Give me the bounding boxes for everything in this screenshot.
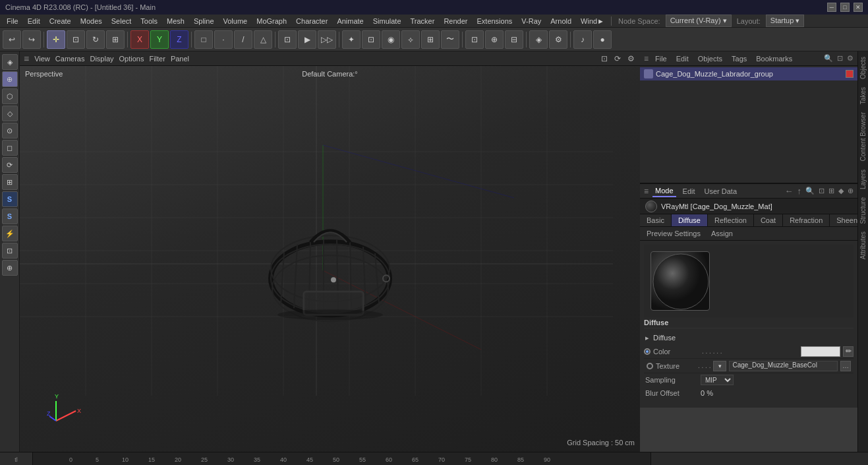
render-view-btn[interactable]: ⊡ — [278, 30, 297, 49]
menu-file[interactable]: File — [3, 16, 22, 26]
axis-x-btn[interactable]: X — [130, 30, 149, 49]
mat-tab-diffuse[interactable]: Diffuse — [672, 214, 708, 226]
menu-arnold[interactable]: Arnold — [546, 16, 575, 26]
left-icon-12[interactable]: ⊡ — [2, 243, 18, 259]
left-icon-7[interactable]: ⟳ — [2, 157, 18, 173]
side-tab-attributes[interactable]: Attributes — [858, 229, 868, 262]
menu-create[interactable]: Create — [45, 16, 75, 26]
audio-btn[interactable]: ♪ — [573, 30, 592, 49]
menu-tools[interactable]: Tools — [136, 16, 161, 26]
object-mode-btn[interactable]: □ — [194, 30, 213, 49]
tab-bookmarks[interactable]: Bookmarks — [753, 53, 795, 64]
vt-panel[interactable]: Panel — [171, 55, 189, 63]
menu-wind[interactable]: Wind► — [577, 16, 608, 26]
minimize-btn[interactable]: ─ — [827, 3, 836, 12]
color-radio[interactable] — [644, 348, 651, 355]
left-icon-11[interactable]: ⚡ — [2, 226, 18, 241]
side-tab-objects[interactable]: Objects — [858, 54, 868, 82]
menu-volume[interactable]: Volume — [219, 16, 252, 26]
scale-btn[interactable]: ⊞ — [106, 30, 125, 49]
menu-edit[interactable]: Edit — [24, 16, 44, 26]
attr-tab-edit[interactable]: Edit — [680, 186, 698, 197]
attr-tab-mode[interactable]: Mode — [652, 185, 676, 197]
rotate-btn[interactable]: ↻ — [86, 30, 105, 49]
vt-filter[interactable]: Filter — [149, 55, 165, 63]
left-icon-5[interactable]: ⊙ — [2, 123, 18, 139]
vt-display[interactable]: Display — [90, 55, 113, 63]
menu-render[interactable]: Render — [440, 16, 471, 26]
vt-sync[interactable]: ⟳ — [612, 53, 623, 64]
menu-simulate[interactable]: Simulate — [369, 16, 405, 26]
left-icon-8[interactable]: ⊞ — [2, 174, 18, 190]
assign-btn[interactable]: Assign — [709, 228, 736, 239]
mat-tab-coat[interactable]: Coat — [754, 214, 783, 226]
menu-tracker[interactable]: Tracker — [407, 16, 439, 26]
left-icon-6[interactable]: ◻ — [2, 140, 18, 156]
scale-uniform-btn[interactable]: ⊡ — [67, 30, 85, 49]
move-btn[interactable]: ✛ — [47, 30, 65, 49]
left-icon-1[interactable]: ◈ — [2, 54, 18, 70]
vt-cameras[interactable]: Cameras — [55, 55, 85, 63]
tab-objects[interactable]: Objects — [695, 53, 725, 64]
side-tab-content[interactable]: Content Browser — [858, 109, 868, 164]
generator-btn[interactable]: ⊞ — [421, 30, 440, 49]
mat-tab-basic[interactable]: Basic — [640, 214, 672, 226]
tool3-btn[interactable]: ⊟ — [505, 30, 523, 49]
preview-settings-btn[interactable]: Preview Settings — [644, 228, 703, 239]
maximize-btn[interactable]: □ — [840, 3, 850, 12]
axis-z-btn[interactable]: Z — [170, 30, 188, 49]
side-tab-takes[interactable]: Takes — [858, 84, 868, 107]
nav-btn2[interactable]: ⊞ — [828, 187, 834, 195]
render-anim-btn[interactable]: ▷▷ — [318, 30, 336, 49]
texture-type-btn[interactable]: ▾ — [713, 361, 726, 371]
left-icon-13[interactable]: ⊕ — [2, 260, 18, 276]
nav-up[interactable]: ↑ — [797, 186, 802, 196]
nav-btn4[interactable]: ⊕ — [848, 187, 854, 195]
color-swatch[interactable] — [801, 346, 840, 357]
left-icon-4[interactable]: ◇ — [2, 106, 18, 121]
tab-edit-obj[interactable]: Edit — [674, 53, 691, 64]
texture-edit-btn[interactable]: … — [840, 361, 851, 371]
vt-view[interactable]: View — [34, 55, 50, 63]
light-btn[interactable]: ✦ — [342, 30, 361, 49]
camera-btn[interactable]: ⊡ — [362, 30, 380, 49]
mat-tab-reflection[interactable]: Reflection — [708, 214, 754, 226]
left-icon-move[interactable]: ⊕ — [2, 71, 18, 87]
undo-btn[interactable]: ↩ — [3, 30, 21, 49]
spline-btn[interactable]: 〜 — [441, 30, 459, 49]
poly-mode-btn[interactable]: △ — [254, 30, 272, 49]
left-icon-3[interactable]: ⬡ — [2, 88, 18, 104]
left-icon-s2[interactable]: S — [2, 208, 18, 224]
search-icon[interactable]: 🔍 — [824, 54, 833, 63]
vt-options[interactable]: Options — [119, 55, 144, 63]
deformer-btn[interactable]: ⟡ — [401, 30, 420, 49]
menu-extensions[interactable]: Extensions — [473, 16, 516, 26]
menu-mesh[interactable]: Mesh — [163, 16, 188, 26]
nav-btn3[interactable]: ◆ — [838, 187, 844, 195]
nav-search[interactable]: 🔍 — [805, 187, 815, 195]
menu-vray[interactable]: V-Ray — [517, 16, 545, 26]
snap-settings-btn[interactable]: ⚙ — [549, 30, 567, 49]
shader-btn[interactable]: ◉ — [382, 30, 400, 49]
side-tab-layers[interactable]: Layers — [858, 167, 868, 192]
menu-modes[interactable]: Modes — [76, 16, 106, 26]
menu-nodespace-val[interactable]: Current (V-Ray) ▾ — [666, 15, 732, 27]
menu-spline[interactable]: Spline — [190, 16, 218, 26]
filter-icon[interactable]: ⊡ — [837, 54, 843, 63]
settings-icon[interactable]: ⚙ — [847, 54, 854, 63]
point-mode-btn[interactable]: · — [214, 30, 233, 49]
nav-back[interactable]: ← — [785, 186, 794, 196]
tool1-btn[interactable]: ⊡ — [465, 30, 484, 49]
tool2-btn[interactable]: ⊕ — [485, 30, 504, 49]
viewport-canvas[interactable]: X Y Z Perspective Default Camera:° Grid … — [20, 66, 640, 452]
menu-animate[interactable]: Animate — [333, 16, 367, 26]
mat-tab-refraction[interactable]: Refraction — [783, 214, 830, 226]
texture-radio[interactable] — [647, 363, 653, 369]
menu-mograph[interactable]: MoGraph — [252, 16, 291, 26]
sampling-select[interactable]: MIP None SAT — [701, 375, 734, 385]
axis-y-btn[interactable]: Y — [150, 30, 169, 49]
menu-character[interactable]: Character — [292, 16, 332, 26]
attr-tab-userdata[interactable]: User Data — [702, 186, 740, 197]
object-item-cage[interactable]: Cage_Dog_Muzzle_Labrador_group — [640, 67, 857, 80]
redo-btn[interactable]: ↪ — [22, 30, 41, 49]
